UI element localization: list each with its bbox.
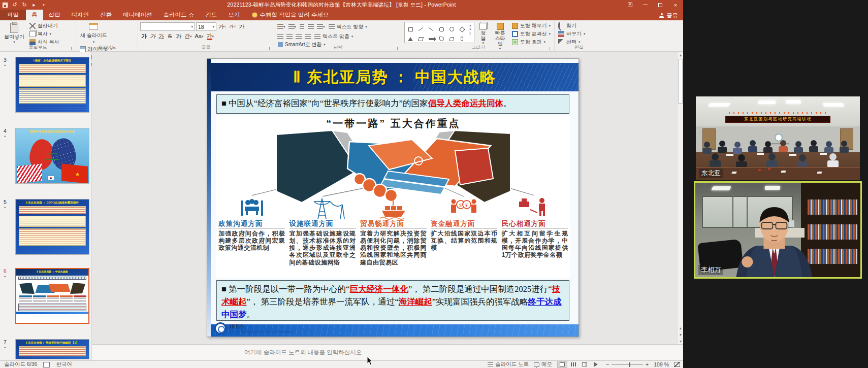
decrease-indent-button[interactable] (298, 23, 306, 30)
font-dialog-launcher-icon[interactable] (269, 47, 273, 50)
tab-home[interactable]: 홈 (26, 10, 43, 20)
shapes-gallery-scrollbar[interactable]: ▲▼≡ (469, 24, 472, 35)
slide-6-miniature[interactable]: Ⅱ 东北亚局势 ： 中国大战略 (15, 268, 89, 324)
slide-sorter-view-button[interactable] (568, 361, 578, 368)
diamond-shape-icon[interactable] (459, 26, 465, 32)
belt-road-diagram[interactable]: “一带一路” 五大合作重点 (216, 116, 570, 278)
tab-insert[interactable]: 삽입 (43, 10, 66, 20)
clear-formatting-button[interactable]: 가 (238, 23, 245, 30)
shapes-gallery[interactable]: ▲▼≡ (404, 22, 474, 43)
drawing-dialog-launcher-icon[interactable] (550, 47, 553, 50)
zoom-out-icon[interactable]: − (606, 361, 609, 367)
thumbnail-slide-6-selected[interactable]: 6 * Ⅱ 东北亚局势 ： 中国大战略 (0, 268, 91, 326)
brace-shape-icon[interactable] (461, 37, 463, 41)
tab-view[interactable]: 보기 (222, 10, 245, 20)
bullets-button[interactable]: ▾ (276, 23, 286, 30)
restore-button[interactable] (653, 0, 668, 10)
arrange-button[interactable]: 정렬▾ (476, 22, 490, 45)
scrollbar-thumb[interactable] (678, 59, 683, 104)
underline-button[interactable]: 가 (157, 32, 165, 40)
editor-scrollbar[interactable]: ▲ ▲ ▼ ▼ (677, 52, 683, 344)
tab-animations[interactable]: 애니메이션 (117, 10, 158, 20)
replace-button[interactable]: 바꾸기▾ (557, 30, 587, 38)
clipboard-dialog-launcher-icon[interactable] (71, 47, 75, 50)
ribbon-display-options-icon[interactable] (622, 0, 637, 10)
italic-button[interactable]: 가 (149, 32, 156, 40)
parallelogram-shape-icon[interactable] (418, 37, 424, 41)
align-left-button[interactable] (276, 32, 284, 40)
character-spacing-button[interactable]: 간▾ (183, 32, 193, 40)
zoom-level[interactable]: 109 % (654, 361, 669, 367)
tab-transitions[interactable]: 전환 (94, 10, 117, 20)
slide-5-miniature[interactable]: Ⅱ 东北亚局势 ： GDP 3比1困境和霸权循环 (15, 199, 89, 255)
triangle-shape-icon[interactable] (408, 37, 413, 41)
comments-button[interactable]: 메모 (534, 361, 552, 368)
pie-shape-icon[interactable] (439, 37, 444, 41)
new-slide-button[interactable]: 새 슬라이드▾ (78, 22, 109, 45)
zoom-in-icon[interactable]: + (646, 361, 649, 367)
copy-button[interactable]: 복사▾ (28, 30, 61, 38)
shape-outline-button[interactable]: 도형 윤곽선▾ (510, 30, 552, 38)
thumbnail-slide-3[interactable]: 3 * Ⅰ 绪言：从合纵连横到天下两分 (0, 57, 91, 114)
cut-button[interactable]: 잘라내기 (28, 22, 61, 29)
thumbnail-slide-4[interactable]: 4 * 朝鲜半岛局势变化和韩国的对外政策 ▬▬▬▬▬▬▬▬▬ ★ (0, 128, 91, 185)
tab-slideshow[interactable]: 슬라이드 쇼 (158, 10, 200, 20)
fit-to-window-icon[interactable] (674, 362, 680, 367)
line-shape-icon[interactable] (419, 27, 424, 31)
slide-top-textbox[interactable]: ■ 中国从“经济富裕国家”向“世界秩序行使影响力”的国家倡导人类命运共同体。 (216, 94, 569, 114)
video-tile-speaker-active[interactable]: 李相万 (694, 181, 862, 279)
oval-shape-icon[interactable] (449, 27, 454, 31)
thumbnail-slide-7[interactable]: 7 * Ⅱ 东北亚局势： 美国变迁和中国崛起 【1】 (0, 339, 91, 360)
paste-button[interactable]: 붙여넣기▾ (2, 22, 26, 45)
thumbnail-slide-5[interactable]: 5 * Ⅱ 东北亚局势 ： GDP 3比1困境和霸权循环 (0, 199, 91, 256)
close-button[interactable]: × (668, 0, 683, 10)
numbering-button[interactable]: ▾ (287, 23, 298, 30)
strikethrough-button[interactable]: S (166, 32, 174, 40)
line-spacing-button[interactable]: ▾ (316, 23, 326, 30)
minimize-button[interactable] (637, 0, 653, 10)
quick-styles-button[interactable]: 빠른 스타일▾ (492, 22, 508, 45)
slide-4-miniature[interactable]: 朝鲜半岛局势变化和韩国的对外政策 ▬▬▬▬▬▬▬▬▬ ★ (15, 128, 89, 184)
slide-bottom-textbox[interactable]: ■ 第一阶段是以一带一路为中心的“巨大经济一体化”， 第二阶段是通过中国制造20… (216, 280, 569, 321)
find-button[interactable]: 찾기 (557, 22, 587, 29)
slide-3-miniature[interactable]: Ⅰ 绪言：从合纵连横到天下两分 (15, 57, 89, 113)
font-size-combo[interactable]: ▾ (196, 22, 216, 31)
align-center-button[interactable] (285, 32, 294, 40)
text-direction-button[interactable]: 텍스트 방향▾ (327, 23, 369, 30)
align-text-button[interactable]: 텍스트 맞춤▾ (313, 32, 355, 40)
slide-editor-area[interactable]: Ⅱ 东北亚局势 ： 中国大战略 ■ 中国从“经济富裕国家”向“世界秩序行使影响力… (92, 52, 677, 344)
reading-view-button[interactable] (580, 361, 590, 368)
text-shadow-button[interactable]: 가 (175, 32, 182, 40)
slideshow-view-button[interactable] (591, 361, 601, 368)
font-name-input[interactable] (142, 24, 191, 30)
justify-button[interactable] (304, 32, 312, 40)
zoom-slider-thumb[interactable] (629, 362, 630, 367)
align-right-button[interactable] (295, 32, 303, 40)
share-button[interactable]: 공유 (659, 12, 678, 19)
font-color-button[interactable]: 가▾ (206, 32, 215, 40)
font-name-combo[interactable]: ▾ (140, 22, 195, 31)
zoom-slider[interactable] (612, 364, 643, 365)
slide-7-miniature[interactable]: Ⅱ 东北亚局势： 美国变迁和中国崛起 【1】 (15, 339, 89, 359)
tell-me-box[interactable]: 수행할 작업을 알려 주세요 (252, 11, 329, 20)
bold-button[interactable]: 가 (140, 32, 148, 40)
video-tile-classroom[interactable]: 东北亚国别与区域研究高端讲坛 (696, 96, 860, 180)
rectangle-shape-icon[interactable] (408, 27, 413, 31)
ime-icon[interactable] (43, 362, 50, 367)
paragraph-dialog-launcher-icon[interactable] (397, 47, 401, 50)
increase-indent-button[interactable] (307, 23, 315, 30)
normal-view-button[interactable] (557, 361, 567, 368)
arrow-shape-icon[interactable] (429, 38, 434, 40)
notes-pane[interactable]: 여기에 슬라이드 노트의 내용을 입력하십시오 (92, 344, 683, 360)
tab-file[interactable]: 파일 (0, 10, 26, 20)
rounded-rectangle-shape-icon[interactable] (439, 27, 444, 31)
tab-design[interactable]: 디자인 (66, 10, 95, 20)
notes-placeholder[interactable]: 여기에 슬라이드 노트의 내용을 입력하십시오 (244, 349, 362, 356)
shrink-font-button[interactable]: 가˅ (228, 23, 237, 30)
grow-font-button[interactable]: 가˄ (217, 23, 227, 30)
slide-canvas[interactable]: Ⅱ 东北亚局势 ： 中国大战略 ■ 中国从“经济富裕国家”向“世界秩序行使影响力… (207, 58, 579, 337)
corner-shape-icon[interactable] (449, 37, 454, 41)
notes-toggle-button[interactable]: 슬라이드 노트 (488, 361, 529, 368)
slide-title-banner[interactable]: Ⅱ 东北亚局势 ： 中国大战略 (211, 63, 578, 91)
tab-review[interactable]: 검토 (200, 10, 222, 20)
